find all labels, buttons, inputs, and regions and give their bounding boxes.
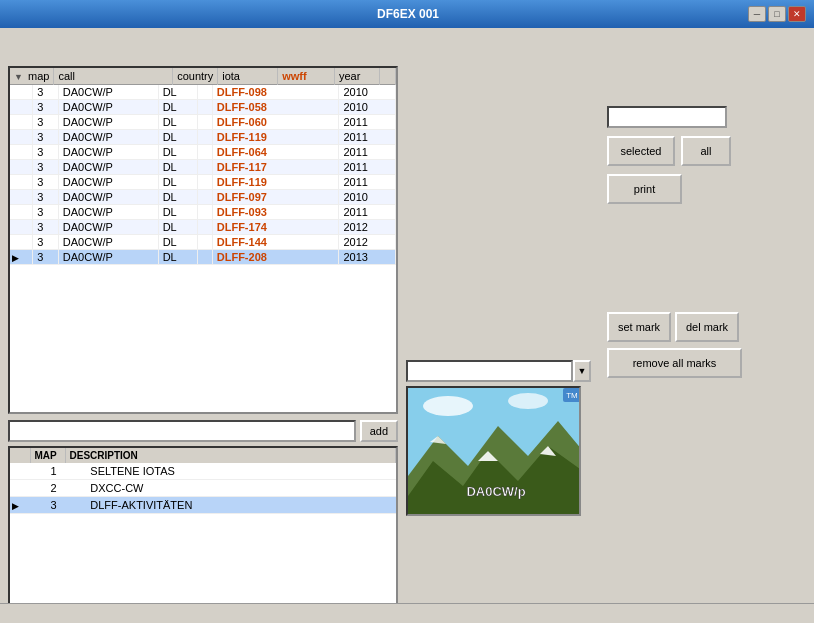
table-row[interactable]: 3DA0CW/PDLDLFF-0582010	[10, 100, 396, 115]
cell-country: DL	[158, 145, 197, 160]
map-list-description: DXCC-CW	[86, 480, 396, 497]
table-row[interactable]: 3DA0CW/PDLDLFF-0982010	[10, 85, 396, 100]
del-mark-button[interactable]: del mark	[675, 312, 739, 342]
cell-wwff: DLFF-174	[212, 220, 339, 235]
col-call: call	[54, 68, 173, 85]
cell-wwff: DLFF-058	[212, 100, 339, 115]
image-callsign: DA0CW/p	[466, 484, 525, 499]
cell-country: DL	[158, 205, 197, 220]
cell-wwff: DLFF-093	[212, 205, 339, 220]
cell-year: 2012	[339, 235, 396, 250]
map-list-header: MAP DESCRIPTION	[10, 448, 396, 463]
row-arrow-cell	[10, 115, 33, 130]
cell-call: DA0CW/P	[58, 160, 158, 175]
cell-iota	[197, 160, 212, 175]
cell-map: 3	[33, 175, 59, 190]
map-list-arrow-cell	[10, 480, 47, 497]
table-header-row: ▼ map call country iota wwff year	[10, 68, 396, 85]
cell-year: 2011	[339, 205, 396, 220]
print-button[interactable]: print	[607, 174, 682, 204]
table-row[interactable]: 3DA0CW/PDLDLFF-0602011	[10, 115, 396, 130]
close-button[interactable]: ✕	[788, 6, 806, 22]
table-row[interactable]: 3DA0CW/PDLDLFF-1192011	[10, 175, 396, 190]
filter-dropdown-input[interactable]	[406, 360, 573, 382]
window-title: DF6EX 001	[68, 7, 748, 21]
remove-all-marks-button[interactable]: remove all marks	[607, 348, 742, 378]
map-list-current-arrow: ▶	[12, 501, 19, 511]
table-row[interactable]: 3DA0CW/PDLDLFF-1742012	[10, 220, 396, 235]
row-current-arrow: ▶	[12, 253, 19, 263]
row-arrow-cell	[10, 220, 33, 235]
cell-call: DA0CW/P	[58, 145, 158, 160]
row-arrow-cell	[10, 235, 33, 250]
map-list-arrow-cell	[10, 463, 47, 480]
filter-dropdown-arrow[interactable]: ▼	[573, 360, 591, 382]
all-button[interactable]: all	[681, 136, 731, 166]
col-iota: iota	[218, 68, 278, 85]
cell-call: DA0CW/P	[58, 175, 158, 190]
main-table-container: ▼ map call country iota wwff year 3DA	[8, 66, 398, 414]
cell-year: 2010	[339, 85, 396, 100]
main-content: ▼ map call country iota wwff year 3DA	[0, 28, 814, 623]
main-filter-input[interactable]	[607, 106, 727, 128]
cell-call: DA0CW/P	[58, 190, 158, 205]
add-row: add	[8, 420, 398, 442]
table-scroll-area[interactable]: 3DA0CW/PDLDLFF-09820103DA0CW/PDLDLFF-058…	[10, 85, 396, 375]
cell-country: DL	[158, 115, 197, 130]
cell-wwff: DLFF-060	[212, 115, 339, 130]
map-list-item[interactable]: 1SELTENE IOTAS	[10, 463, 396, 480]
cell-iota	[197, 115, 212, 130]
cell-call: DA0CW/P	[58, 85, 158, 100]
cell-iota	[197, 190, 212, 205]
col-year: year	[335, 68, 380, 85]
cell-wwff: DLFF-098	[212, 85, 339, 100]
table-row[interactable]: 3DA0CW/PDLDLFF-1172011	[10, 160, 396, 175]
set-mark-button[interactable]: set mark	[607, 312, 671, 342]
col-map: ▼ map	[10, 68, 54, 85]
table-row[interactable]: 3DA0CW/PDLDLFF-0642011	[10, 145, 396, 160]
map-list-scroll[interactable]: 1SELTENE IOTAS2DXCC-CW▶3DLFF-AKTIVITÄTEN	[10, 463, 396, 603]
map-list-description: SELTENE IOTAS	[86, 463, 396, 480]
filter-row: ▼	[406, 360, 591, 382]
map-list-map: 1	[47, 463, 87, 480]
main-filter-row	[607, 106, 739, 128]
cell-year: 2011	[339, 130, 396, 145]
table-row[interactable]: 3DA0CW/PDLDLFF-0972010	[10, 190, 396, 205]
cell-country: DL	[158, 175, 197, 190]
add-button[interactable]: add	[360, 420, 398, 442]
row-arrow-cell	[10, 160, 33, 175]
selected-button[interactable]: selected	[607, 136, 675, 166]
map-list-item[interactable]: ▶3DLFF-AKTIVITÄTEN	[10, 497, 396, 514]
left-panel: ▼ map call country iota wwff year 3DA	[8, 66, 398, 615]
mountain-scene-svg: DA0CW/p TM	[408, 388, 579, 514]
content-row: ▼ map call country iota wwff year 3DA	[8, 66, 806, 615]
cell-call: DA0CW/P	[58, 115, 158, 130]
cell-call: DA0CW/P	[58, 100, 158, 115]
map-list-item[interactable]: 2DXCC-CW	[10, 480, 396, 497]
right-panel: selected all print set mark del mark rem…	[599, 66, 739, 615]
cell-country: DL	[158, 100, 197, 115]
svg-point-1	[423, 396, 473, 416]
table-row[interactable]: 3DA0CW/PDLDLFF-1442012	[10, 235, 396, 250]
table-row[interactable]: 3DA0CW/PDLDLFF-1192011	[10, 130, 396, 145]
map-list-map: 2	[47, 480, 87, 497]
station-image: DA0CW/p TM	[408, 388, 579, 514]
add-input[interactable]	[8, 420, 356, 442]
minimize-button[interactable]: ─	[748, 6, 766, 22]
cell-year: 2011	[339, 160, 396, 175]
cell-country: DL	[158, 85, 197, 100]
map-list-map: 3	[47, 497, 87, 514]
sort-arrow: ▼	[14, 72, 23, 82]
table-row[interactable]: 3DA0CW/PDLDLFF-0932011	[10, 205, 396, 220]
cell-iota	[197, 205, 212, 220]
cell-iota	[197, 100, 212, 115]
row-arrow-cell	[10, 190, 33, 205]
col-spacer	[380, 68, 396, 85]
cell-map: 3	[33, 220, 59, 235]
cell-iota	[197, 175, 212, 190]
cell-call: DA0CW/P	[58, 130, 158, 145]
map-list-col-arrow	[10, 448, 30, 463]
cell-year: 2010	[339, 190, 396, 205]
maximize-button[interactable]: □	[768, 6, 786, 22]
table-row[interactable]: ▶3DA0CW/PDLDLFF-2082013	[10, 250, 396, 265]
